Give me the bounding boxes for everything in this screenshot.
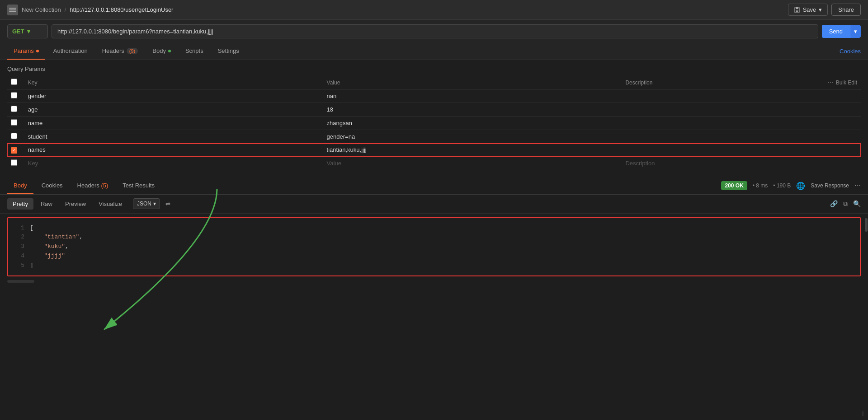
horizontal-scrollbar-thumb[interactable]	[7, 280, 34, 283]
param-key[interactable]: student	[24, 130, 323, 144]
method-selector[interactable]: GET ▾	[7, 24, 48, 38]
tab-authorization[interactable]: Authorization	[47, 43, 94, 60]
horizontal-scrollbar	[7, 280, 861, 284]
breadcrumb-separator: /	[65, 6, 66, 13]
url-input[interactable]	[52, 24, 818, 38]
code-response-outer: 1 [ 2 "tiantian", 3 "kuku", 4 "jjjj"	[0, 217, 868, 277]
row-checkbox[interactable]	[11, 106, 17, 112]
table-empty-row: Key Value Description	[7, 156, 861, 170]
fmt-tab-raw[interactable]: Raw	[35, 198, 58, 210]
send-dropdown-button[interactable]: ▾	[850, 25, 861, 38]
empty-row-checkbox[interactable]	[11, 159, 17, 166]
svg-rect-1	[9, 9, 16, 10]
fmt-tab-preview[interactable]: Preview	[60, 198, 91, 210]
param-key[interactable]: gender	[24, 89, 323, 103]
tab-headers[interactable]: Headers (9)	[96, 43, 145, 60]
fmt-tab-pretty[interactable]: Pretty	[7, 198, 33, 210]
svg-rect-0	[9, 8, 16, 9]
param-description[interactable]	[622, 103, 861, 117]
save-button[interactable]: Save ▾	[788, 4, 828, 16]
param-key[interactable]: age	[24, 103, 323, 117]
response-status-area: 200 OK • 8 ms • 190 B 🌐 Save Response ⋯	[721, 181, 861, 190]
status-badge: 200 OK	[721, 181, 747, 190]
more-options-button[interactable]: ⋯	[854, 182, 861, 189]
th-key: Key	[24, 76, 323, 89]
names-row-checkbox[interactable]: ✓	[11, 147, 17, 154]
th-value: Value	[323, 76, 622, 89]
headers-badge: (9)	[127, 48, 138, 54]
tab-params[interactable]: Params	[7, 43, 45, 60]
empty-key-placeholder[interactable]: Key	[28, 160, 38, 167]
scrollbar-thumb[interactable]	[865, 218, 868, 232]
json-format-selector[interactable]: JSON ▾	[133, 198, 160, 209]
save-icon	[794, 7, 800, 13]
cookies-link[interactable]: Cookies	[840, 48, 861, 55]
param-description[interactable]	[622, 89, 861, 103]
params-active-dot	[36, 50, 39, 52]
query-params-title: Query Params	[7, 65, 861, 72]
param-value[interactable]: nan	[323, 89, 622, 103]
row-checkbox[interactable]	[11, 92, 17, 98]
response-tab-headers[interactable]: Headers (5)	[71, 177, 115, 194]
param-key[interactable]: name	[24, 117, 323, 130]
params-section: Query Params Key Value Description ⋯ Bul…	[0, 60, 868, 170]
cursor-indicator: |	[861, 411, 864, 416]
response-tab-cookies[interactable]: Cookies	[35, 177, 69, 194]
row-checkbox[interactable]	[11, 119, 17, 126]
response-size: • 190 B	[773, 182, 791, 189]
response-tab-body[interactable]: Body	[7, 177, 33, 194]
tab-body[interactable]: Body	[146, 43, 177, 60]
table-row: age 18	[7, 103, 861, 117]
th-description: Description ⋯ Bulk Edit	[622, 76, 861, 89]
params-table: Key Value Description ⋯ Bulk Edit gend	[7, 76, 861, 170]
code-line-3: 3 "kuku",	[15, 242, 853, 252]
globe-icon[interactable]: 🌐	[796, 182, 805, 190]
share-button[interactable]: Share	[831, 4, 861, 16]
select-all-checkbox[interactable]	[11, 79, 17, 85]
code-response-box: 1 [ 2 "tiantian", 3 "kuku", 4 "jjjj"	[7, 217, 861, 277]
param-key[interactable]: names	[24, 144, 323, 157]
param-description[interactable]	[622, 144, 861, 157]
fmt-tab-visualize[interactable]: Visualize	[93, 198, 127, 210]
bulk-edit-label[interactable]: Bulk Edit	[836, 79, 857, 86]
svg-rect-4	[796, 7, 798, 9]
th-checkbox	[7, 76, 24, 89]
collection-name[interactable]: New Collection	[22, 6, 61, 13]
scrollbar-track[interactable]	[864, 217, 868, 277]
save-response-button[interactable]: Save Response	[811, 182, 849, 189]
tab-scripts[interactable]: Scripts	[179, 43, 210, 60]
row-checkbox[interactable]	[11, 133, 17, 139]
send-button-group: Send ▾	[822, 25, 861, 38]
table-row: gender nan	[7, 89, 861, 103]
response-code-area: 1 [ 2 "tiantian", 3 "kuku", 4 "jjjj"	[8, 218, 860, 276]
svg-point-5	[796, 10, 798, 12]
response-tab-test-results[interactable]: Test Results	[116, 177, 161, 194]
param-value[interactable]: tiantian,kuku,jjjj	[323, 144, 622, 157]
svg-rect-2	[9, 11, 16, 12]
param-description[interactable]	[622, 117, 861, 130]
save-dropdown-icon[interactable]: ▾	[819, 6, 822, 13]
table-row: name zhangsan	[7, 117, 861, 130]
send-button[interactable]: Send	[822, 25, 850, 38]
response-time: • 8 ms	[753, 182, 768, 189]
table-row: student gender=na	[7, 130, 861, 144]
copy-icon[interactable]: ⧉	[843, 200, 848, 208]
table-header-row: Key Value Description ⋯ Bulk Edit	[7, 76, 861, 89]
param-value[interactable]: 18	[323, 103, 622, 117]
code-line-4: 4 "jjjj"	[15, 252, 853, 261]
param-value[interactable]: gender=na	[323, 130, 622, 144]
param-description[interactable]	[622, 130, 861, 144]
search-response-icon[interactable]: 🔍	[853, 200, 861, 207]
more-options-icon[interactable]: ⋯	[828, 79, 833, 86]
method-dropdown-icon: ▾	[27, 28, 30, 35]
request-bar: GET ▾ Send ▾	[0, 20, 868, 43]
app-logo-icon	[7, 5, 18, 15]
empty-value-placeholder[interactable]: Value	[327, 160, 341, 167]
top-bar-right: Save ▾ Share	[788, 4, 861, 16]
link-icon[interactable]: 🔗	[830, 200, 838, 207]
body-active-dot	[168, 50, 171, 52]
tab-settings[interactable]: Settings	[212, 43, 245, 60]
code-line-5: 5 ]	[15, 261, 853, 271]
param-value[interactable]: zhangsan	[323, 117, 622, 130]
filter-icon[interactable]: ⇌	[165, 201, 170, 207]
